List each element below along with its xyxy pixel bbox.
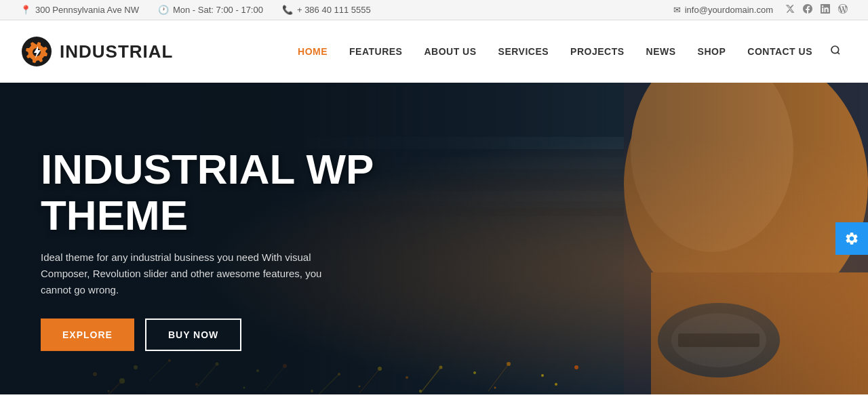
logo-text: INDUSTRIAL: [60, 41, 173, 62]
twitter-link[interactable]: [785, 4, 795, 16]
nav-features[interactable]: FEATURES: [338, 39, 413, 64]
top-bar-right: ✉ info@yourdomain.com: [673, 4, 848, 16]
nav-news[interactable]: NEWS: [635, 39, 687, 64]
phone-icon: 📞: [282, 5, 293, 15]
gear-icon: [844, 231, 859, 246]
wordpress-link[interactable]: [838, 4, 848, 16]
location-icon: 📍: [20, 5, 31, 15]
hours-text: Mon - Sat: 7:00 - 17:00: [173, 5, 263, 15]
hours-item: 🕐 Mon - Sat: 7:00 - 17:00: [158, 5, 263, 15]
top-bar-left: 📍 300 Pennsylvania Ave NW 🕐 Mon - Sat: 7…: [20, 5, 371, 15]
facebook-link[interactable]: [803, 4, 812, 16]
phone-text: + 386 40 111 5555: [297, 5, 371, 15]
nav-home[interactable]: HOME: [287, 39, 338, 64]
hero-content: INDUSTRIAL WP THEME Ideal theme for any …: [41, 146, 448, 351]
address-item: 📍 300 Pennsylvania Ave NW: [20, 5, 139, 15]
header: INDUSTRIAL HOME FEATURES ABOUT US SERVIC…: [0, 20, 868, 83]
hero-subtitle: Ideal theme for any industrial business …: [41, 249, 339, 298]
address-text: 300 Pennsylvania Ave NW: [35, 5, 139, 15]
hero-title: INDUSTRIAL WP THEME: [41, 146, 448, 239]
nav-contact[interactable]: CONTACT US: [736, 39, 823, 64]
phone-item: 📞 + 386 40 111 5555: [282, 5, 371, 15]
nav-shop[interactable]: SHOP: [687, 39, 737, 64]
social-icons: [785, 4, 848, 16]
svg-point-2: [831, 46, 839, 54]
explore-button[interactable]: EXPLORE: [41, 319, 134, 351]
search-icon[interactable]: [823, 38, 848, 65]
nav-projects[interactable]: PROJECTS: [559, 39, 635, 64]
clock-icon: 🕐: [158, 5, 169, 15]
logo-icon: [20, 35, 53, 68]
main-nav: HOME FEATURES ABOUT US SERVICES PROJECTS…: [287, 38, 848, 65]
linkedin-link[interactable]: [821, 4, 830, 16]
buy-button[interactable]: BUY NOW: [145, 319, 241, 351]
top-bar: 📍 300 Pennsylvania Ave NW 🕐 Mon - Sat: 7…: [0, 0, 868, 20]
settings-button[interactable]: [835, 222, 868, 255]
logo[interactable]: INDUSTRIAL: [20, 35, 173, 68]
hero-buttons: EXPLORE BUY NOW: [41, 319, 448, 351]
email-item: ✉ info@yourdomain.com: [673, 5, 773, 15]
nav-services[interactable]: SERVICES: [488, 39, 560, 64]
email-text: info@yourdomain.com: [685, 5, 773, 15]
nav-about[interactable]: ABOUT US: [413, 39, 487, 64]
email-icon: ✉: [673, 5, 681, 15]
hero-section: INDUSTRIAL WP THEME Ideal theme for any …: [0, 83, 868, 394]
